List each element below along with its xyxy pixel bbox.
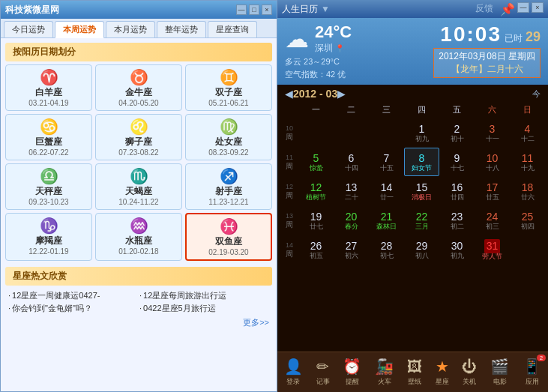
tab-year[interactable]: 整年运势: [157, 21, 206, 37]
zodiac-virgo[interactable]: ♍ 处女座 08.23-09.22: [185, 114, 272, 160]
cal-cell-mar14[interactable]: 14 廿一: [369, 177, 404, 205]
cal-cell-mar19[interactable]: 19 廿七: [298, 206, 334, 235]
location-icon: 📍: [335, 44, 344, 52]
left-minimize-btn[interactable]: —: [236, 4, 247, 15]
cal-cell-mar12[interactable]: 12 植树节: [298, 177, 334, 205]
cal-cell-mar5[interactable]: 5 惊蛰: [298, 148, 334, 176]
cal-cell-mar10[interactable]: 10 十八: [475, 148, 510, 176]
pisces-name: 双鱼座: [215, 235, 242, 248]
zodiac-sagittarius[interactable]: ♐ 射手座 11.23-12.21: [185, 163, 272, 210]
toolbar-train[interactable]: 🚂 火车: [372, 356, 397, 388]
cal-cell-mar25[interactable]: 25 初四: [510, 206, 545, 235]
zodiac-capricorn[interactable]: ♑ 摩羯座 12.22-01.19: [5, 213, 92, 261]
zodiac-taurus[interactable]: ♉ 金牛座 04.20-05.20: [95, 64, 182, 111]
toolbar-notes[interactable]: ✏ 记事: [313, 356, 333, 388]
air-quality: 空气指数：42 优: [285, 69, 352, 80]
capricorn-date: 12.22-01.19: [28, 247, 68, 256]
cal-cell-mar24[interactable]: 24 初三: [475, 206, 510, 235]
cal-cell-mar16[interactable]: 16 廿四: [439, 177, 475, 205]
goto-today-btn[interactable]: 今: [532, 88, 541, 100]
cal-cell-mar18[interactable]: 18 廿六: [510, 177, 545, 205]
zodiac-leo[interactable]: ♌ 狮子座 07.23-08.22: [95, 114, 182, 160]
weather-area: ☁ 24°C 深圳 📍 多云 23～29°C 空气指数：42 优 10:03 已…: [277, 18, 548, 85]
zodiac-gemini[interactable]: ♊ 双子座 05.21-06.21: [185, 64, 272, 111]
lunar-3: 十一: [486, 136, 499, 142]
zodiac-libra[interactable]: ♎ 天秤座 09.23-10.23: [5, 163, 92, 210]
cal-cell-mar21[interactable]: 21 森林日: [369, 206, 404, 235]
tab-query[interactable]: 星座查询: [208, 21, 257, 37]
fri-header: 五: [439, 103, 475, 117]
cal-cell-mar27[interactable]: 27 初六: [334, 235, 369, 264]
tue-header: 二: [334, 103, 369, 117]
cal-cell-mar11[interactable]: 11 十九: [510, 148, 545, 176]
cal-cell-mar8[interactable]: 8 妇女节: [404, 148, 439, 176]
toolbar-wallpaper[interactable]: 🖼 壁纸: [404, 357, 425, 388]
toolbar-login[interactable]: 👤 登录: [281, 356, 306, 388]
more-link[interactable]: 更多>>: [1, 316, 277, 330]
cal-cell-mar1[interactable]: 1 初九: [404, 118, 439, 147]
toolbar-apps[interactable]: 📱 2 应用: [520, 356, 544, 388]
day-14: 14: [381, 181, 393, 194]
cal-cell-mar26[interactable]: 26 初五: [298, 235, 334, 264]
cal-cell-mar9[interactable]: 9 十七: [439, 148, 475, 176]
zodiac-cancer[interactable]: ♋ 巨蟹座 06.22-07.22: [5, 114, 92, 160]
toolbar-zodiac[interactable]: ★ 星座: [433, 356, 452, 388]
cal-cell-mar7[interactable]: 7 十五: [369, 148, 404, 176]
toolbar-movie[interactable]: 🎬 电影: [487, 356, 512, 388]
day-7: 7: [384, 152, 390, 165]
cal-cell-mar23[interactable]: 23 初二: [439, 206, 475, 235]
cal-cell-mar20[interactable]: 20 春分: [334, 206, 369, 235]
toolbar-shutdown[interactable]: ⏻ 关机: [459, 357, 480, 388]
day-18: 18: [522, 181, 534, 194]
day-16: 16: [451, 181, 463, 194]
zodiac-pisces[interactable]: ♓ 双鱼座 02.19-03.20: [185, 213, 272, 261]
thu-header: 四: [404, 103, 439, 117]
cal-cell-mar4[interactable]: 4 十二: [510, 118, 545, 147]
left-maximize-btn[interactable]: □: [249, 4, 259, 15]
thumbtack-icon[interactable]: 📌: [500, 2, 515, 16]
cal-cell-mar30[interactable]: 30 初九: [439, 235, 475, 264]
next-month-btn[interactable]: ▶: [337, 88, 346, 100]
tab-today[interactable]: 今日运势: [4, 21, 53, 37]
left-panel: 科技紫微星网 — □ × 今日运势 本周运势 本月运势 整年运势 星座查询 按阳…: [0, 0, 277, 392]
cal-cell-mar2[interactable]: 2 初十: [439, 118, 475, 147]
hot-link-0[interactable]: 12星座一周健康运0427-: [8, 290, 138, 301]
lunar-2: 初十: [451, 136, 464, 142]
left-title: 科技紫微星网: [5, 4, 59, 16]
right-close-btn[interactable]: ×: [532, 2, 544, 13]
hot-link-1[interactable]: 12星座每周旅游出行运: [139, 290, 269, 301]
cal-cell-mar13[interactable]: 13 二十: [334, 177, 369, 205]
wallpaper-icon: 🖼: [407, 358, 422, 376]
cal-cell-mar15[interactable]: 15 消极日: [404, 177, 439, 205]
toolbar-reminder[interactable]: ⏰ 提醒: [340, 356, 364, 388]
cal-cell-mar29[interactable]: 29 初八: [404, 235, 439, 264]
cal-cell-mar31[interactable]: 31 劳人节: [475, 235, 510, 264]
day-24: 24: [487, 211, 499, 223]
lunar-20: 春分: [345, 223, 358, 230]
left-close-btn[interactable]: ×: [262, 4, 272, 15]
zodiac-aquarius[interactable]: ♒ 水瓶座 01.20-02.18: [95, 213, 182, 261]
cal-cell-mar28[interactable]: 28 初七: [369, 235, 404, 264]
day-3: 3: [490, 123, 496, 136]
aquarius-name: 水瓶座: [125, 235, 152, 247]
mon-header: 一: [298, 103, 334, 117]
cal-cell-mar17[interactable]: 17 廿五: [475, 177, 510, 205]
day-23: 23: [451, 211, 463, 223]
tab-month[interactable]: 本月运势: [106, 21, 155, 37]
zodiac-aries[interactable]: ♈ 白羊座 03.21-04.19: [5, 64, 92, 111]
day-26: 26: [310, 240, 322, 253]
hot-link-2[interactable]: 你会钓到"金龟婿"吗？: [8, 303, 138, 314]
tab-week[interactable]: 本周运势: [55, 21, 104, 38]
zodiac-scorpio[interactable]: ♏ 天蝎座 10.24-11.22: [95, 163, 182, 210]
cal-cell-mar6[interactable]: 6 十四: [334, 148, 369, 176]
right-minimize-btn[interactable]: —: [517, 2, 529, 13]
prev-month-btn[interactable]: ◀: [285, 88, 293, 100]
feedback-icon[interactable]: 反馈: [475, 2, 493, 16]
hot-link-3[interactable]: 0422星座5月旅行运: [139, 303, 269, 314]
cal-cell-mar22[interactable]: 22 三月: [404, 206, 439, 235]
day-31: 31: [484, 239, 501, 253]
cal-cell-mar3[interactable]: 3 十一: [475, 118, 510, 147]
zodiac-toolbar-icon: ★: [436, 358, 449, 376]
calendar: 一 二 三 四 五 六 日 10 周 1 初九 2 初十: [277, 103, 548, 352]
day-4: 4: [525, 123, 531, 136]
